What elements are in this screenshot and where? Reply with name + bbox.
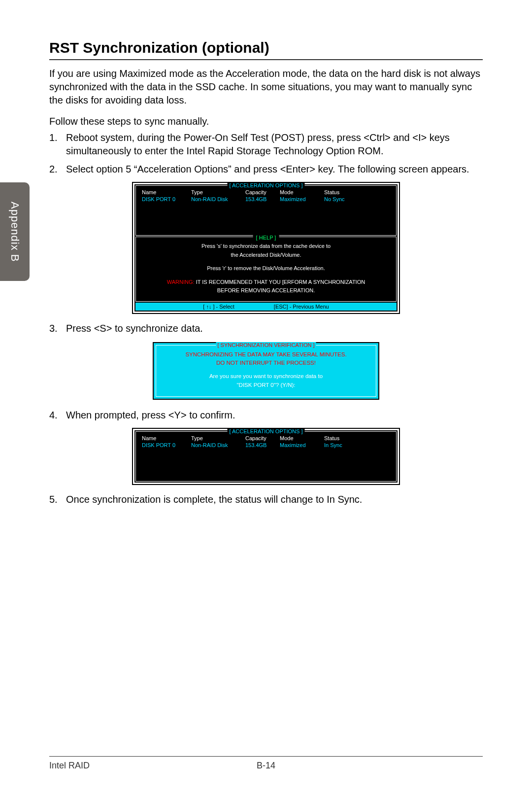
step-num: 2. xyxy=(49,163,66,176)
step-5: 5. Once synchronization is complete, the… xyxy=(49,493,483,506)
help-warning: WARNING: IT IS RECOMMENDED THAT YOU [ERF… xyxy=(140,278,392,287)
step-text: When prompted, press <Y> to confirm. xyxy=(66,409,483,422)
step-2: 2. Select option 5 “Acceleration Options… xyxy=(49,163,483,176)
footer-select: [ ↑↓ ] - Select xyxy=(203,304,234,310)
step-4: 4. When prompted, press <Y> to confirm. xyxy=(49,409,483,422)
footer-left: Intel RAID xyxy=(49,761,194,771)
warning-text-2: BEFORE REMOVING ACCELERATION. xyxy=(140,286,392,295)
step-num: 5. xyxy=(49,493,66,506)
step-1: 1. Reboot system, during the Power-On Se… xyxy=(49,131,483,158)
bios-header-row-2: Name Type Capacity Mode Status xyxy=(140,435,392,442)
sync-inner: [ SYNCHRONIZATION VERIFICATION ] SYNCHRO… xyxy=(156,345,376,397)
col-capacity: Capacity xyxy=(243,435,278,442)
bios-panel-title-2: [ ACCELERATION OPTIONS ] xyxy=(228,428,305,434)
page-title: RST Synchronization (optional) xyxy=(49,39,483,56)
col-mode: Mode xyxy=(278,189,322,196)
val-status: In Sync xyxy=(322,442,362,449)
help-line: Press 's' to synchronize data from the c… xyxy=(140,242,392,251)
bios-header-row: Name Type Capacity Mode Status xyxy=(140,189,392,196)
bios-screenshot-2: [ ACCELERATION OPTIONS ] Name Type Capac… xyxy=(133,429,399,484)
val-type: Non-RAID Disk xyxy=(189,442,243,449)
bios-footer-bar: [ ↑↓ ] - Select [ESC] - Previous Menu xyxy=(135,303,397,311)
step-3: 3. Press <S> to synchronize data. xyxy=(49,322,483,335)
step-num: 1. xyxy=(49,131,66,158)
step-text: Once synchronization is complete, the st… xyxy=(66,493,483,506)
title-rule xyxy=(49,59,483,60)
help-title: [ HELP ] xyxy=(253,234,279,243)
help-line: the Accelerated Disk/Volume. xyxy=(140,251,392,260)
val-name: DISK PORT 0 xyxy=(140,196,189,203)
bios-data-row-2: DISK PORT 0 Non-RAID Disk 153.4GB Maximi… xyxy=(140,442,392,449)
sync-question-2: "DISK PORT 0"? (Y/N): xyxy=(160,381,372,389)
col-status: Status xyxy=(322,435,362,442)
val-capacity: 153.4GB xyxy=(243,196,278,203)
steps-list-cont1: 3. Press <S> to synchronize data. xyxy=(49,322,483,335)
val-mode: Maximized xyxy=(278,442,322,449)
val-status: No Sync xyxy=(322,196,362,203)
help-line: Press 'r' to remove the Disk/Volume Acce… xyxy=(140,264,392,273)
bios-screenshot-1: [ ACCELERATION OPTIONS ] Name Type Capac… xyxy=(133,183,399,313)
page-footer: Intel RAID B-14 xyxy=(49,756,483,771)
col-name: Name xyxy=(140,189,189,196)
sync-verification-box: [ SYNCHRONIZATION VERIFICATION ] SYNCHRO… xyxy=(153,342,379,400)
step-num: 3. xyxy=(49,322,66,335)
steps-list: 1. Reboot system, during the Power-On Se… xyxy=(49,131,483,176)
footer-center: B-14 xyxy=(194,761,338,771)
bios-accel-panel-2: [ ACCELERATION OPTIONS ] Name Type Capac… xyxy=(135,431,397,482)
step-text: Select option 5 “Acceleration Options” a… xyxy=(66,163,483,176)
col-type: Type xyxy=(189,435,243,442)
sync-warn-2: DO NOT INTERRUPT THE PROCESS! xyxy=(160,359,372,367)
sync-title: [ SYNCHRONIZATION VERIFICATION ] xyxy=(216,342,316,348)
sync-question-1: Are you sure you want to synchronize dat… xyxy=(160,372,372,381)
warning-text: IT IS RECOMMENDED THAT YOU [ERFORM A SYN… xyxy=(195,279,366,285)
step-text: Press <S> to synchronize data. xyxy=(66,322,483,335)
val-capacity: 153.4GB xyxy=(243,442,278,449)
col-name: Name xyxy=(140,435,189,442)
sync-warn-1: SYNCHRONIZING THE DATA MAY TAKE SEVERAL … xyxy=(160,350,372,359)
warning-label: WARNING: xyxy=(167,279,195,285)
val-mode: Maximized xyxy=(278,196,322,203)
step-text: Reboot system, during the Power-On Self … xyxy=(66,131,483,158)
follow-line: Follow these steps to sync manually. xyxy=(49,115,483,128)
step-num: 4. xyxy=(49,409,66,422)
bios-accel-panel: [ ACCELERATION OPTIONS ] Name Type Capac… xyxy=(135,185,397,236)
col-mode: Mode xyxy=(278,435,322,442)
page-content: RST Synchronization (optional) If you ar… xyxy=(0,0,532,798)
intro-paragraph: If you are using Maximized mode as the A… xyxy=(49,67,483,107)
bios-help-panel: [ HELP ] Press 's' to synchronize data f… xyxy=(135,237,397,302)
col-capacity: Capacity xyxy=(243,189,278,196)
val-name: DISK PORT 0 xyxy=(140,442,189,449)
col-type: Type xyxy=(189,189,243,196)
footer-esc: [ESC] - Previous Menu xyxy=(274,304,329,310)
val-type: Non-RAID Disk xyxy=(189,196,243,203)
bios-panel-title: [ ACCELERATION OPTIONS ] xyxy=(228,182,305,188)
bios-data-row: DISK PORT 0 Non-RAID Disk 153.4GB Maximi… xyxy=(140,196,392,203)
footer-right xyxy=(338,761,483,771)
col-status: Status xyxy=(322,189,362,196)
steps-list-cont3: 5. Once synchronization is complete, the… xyxy=(49,493,483,506)
steps-list-cont2: 4. When prompted, press <Y> to confirm. xyxy=(49,409,483,422)
